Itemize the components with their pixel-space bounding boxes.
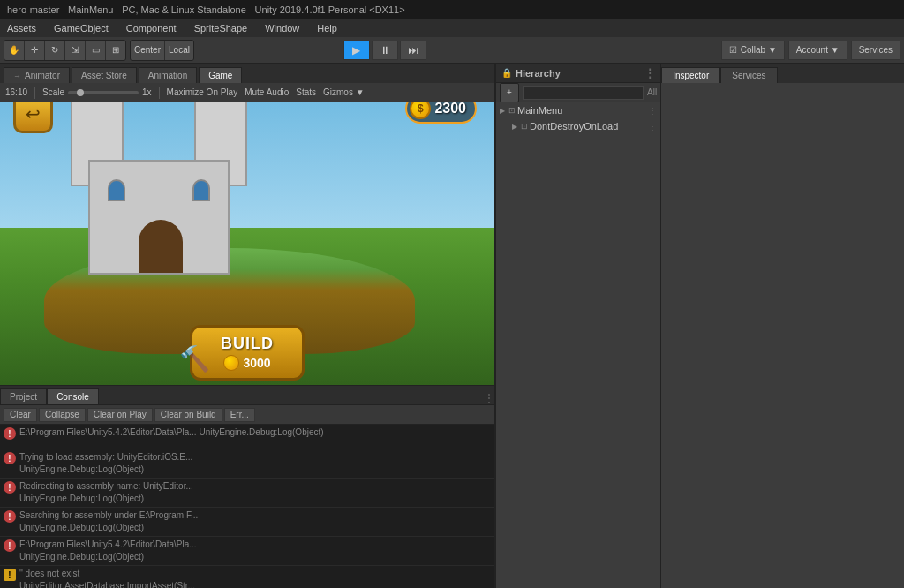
clear-on-play-button[interactable]: Clear on Play (87, 408, 153, 422)
console-toolbar: Clear Collapse Clear on Play Clear on Bu… (0, 405, 494, 425)
local-button[interactable]: Local (165, 41, 193, 60)
services-button[interactable]: Services (851, 41, 900, 60)
console-text-1: Trying to load assembly: UnityEditor.iOS… (19, 451, 192, 476)
build-label: BUILD (221, 335, 274, 353)
console-row-2[interactable]: ! Redirecting to assembly name: UnityEdi… (0, 479, 494, 508)
tab-animation[interactable]: Animation (139, 67, 197, 83)
toolbar: ✋ ✛ ↻ ⇲ ▭ ⊞ Center Local ▶ ⏸ ⏭ ☑ Collab … (0, 37, 904, 64)
pivot-local-group: Center Local (130, 40, 194, 61)
move-tool-button[interactable]: ✛ (25, 41, 44, 60)
menu-window[interactable]: Window (261, 23, 303, 34)
menu-component[interactable]: Component (123, 23, 180, 34)
hierarchy-header: 🔒 Hierarchy ⋮ (496, 64, 660, 83)
console-content[interactable]: ! E:\Program Files\Unity5.4.2\Editor\Dat… (0, 425, 494, 588)
tab-services[interactable]: Services (720, 67, 777, 83)
play-controls: ▶ ⏸ ⏭ (343, 41, 426, 60)
menu-assets[interactable]: Assets (4, 23, 40, 34)
checkbox-icon: ☑ (729, 45, 737, 55)
menu-spriteshape[interactable]: SpriteShape (191, 23, 252, 34)
stats-button[interactable]: Stats (296, 87, 316, 97)
hierarchy-search-input[interactable] (523, 86, 644, 100)
menu-bar: Assets GameObject Component SpriteShape … (0, 19, 904, 37)
console-row-4[interactable]: ! E:\Program Files\Unity5.4.2\Editor\Dat… (0, 537, 494, 566)
hierarchy-item-mainmenu[interactable]: ▶ ⊡ MainMenu ⋮ (496, 102, 660, 118)
rotate-tool-button[interactable]: ↻ (45, 41, 64, 60)
scale-control: Scale 1x (42, 87, 152, 97)
console-row-0[interactable]: ! E:\Program Files\Unity5.4.2\Editor\Dat… (0, 425, 494, 449)
pause-button[interactable]: ⏸ (372, 41, 398, 60)
sep1 (34, 87, 35, 99)
gizmos-button[interactable]: Gizmos ▼ (323, 87, 365, 97)
mainmenu-arrow: ▶ (500, 107, 505, 115)
hierarchy-toolbar: + All (496, 83, 660, 102)
tab-animator[interactable]: → Animator (4, 67, 70, 83)
menu-gameobject[interactable]: GameObject (50, 23, 112, 34)
castle-window-2 (192, 179, 210, 201)
console-row-1[interactable]: ! Trying to load assembly: UnityEditor.i… (0, 449, 494, 479)
hierarchy-panel: 🔒 Hierarchy ⋮ + All ▶ ⊡ MainMenu ⋮ ▶ ⊡ D… (495, 64, 660, 588)
console-text-3: Searching for assembly under E:\Program … (19, 509, 198, 534)
tab-project[interactable]: Project (0, 388, 47, 404)
hierarchy-item-dontdestroyonload[interactable]: ▶ ⊡ DontDestroyOnLoad ⋮ (496, 118, 660, 134)
dontdestroy-arrow: ▶ (512, 123, 517, 131)
inspector-tab-bar: Inspector Services (661, 64, 904, 83)
rect-tool-button[interactable]: ▭ (86, 41, 105, 60)
console-text-5: '' does not exist UnityEditor.AssetDatab… (19, 568, 195, 588)
hierarchy-menu-button[interactable]: ⋮ (644, 67, 655, 79)
scale-slider-thumb[interactable] (77, 89, 84, 96)
game-tab-bar: → Animator Asset Store Animation Game (0, 64, 494, 83)
console-tab-bar: Project Console ⋮ (0, 386, 494, 405)
collapse-button[interactable]: Collapse (39, 408, 86, 422)
mainmenu-scene-icon: ⊡ (508, 106, 516, 115)
collab-area: ☑ Collab ▼ Account ▼ Services (721, 41, 900, 60)
clear-button[interactable]: Clear (4, 408, 37, 422)
aspect-ratio[interactable]: 16:10 (5, 87, 27, 97)
tab-console[interactable]: Console (47, 388, 99, 404)
dontdestroy-options[interactable]: ⋮ (648, 122, 657, 132)
hierarchy-search-all: All (647, 87, 657, 97)
dontdestroy-icon: ⊡ (521, 122, 528, 131)
build-coin-icon (223, 355, 239, 371)
build-button[interactable]: 🔨 BUILD 3000 (190, 325, 305, 381)
bottom-panel: Project Console ⋮ Clear Collapse Clear o… (0, 385, 494, 588)
console-panel: Project Console ⋮ Clear Collapse Clear o… (0, 386, 494, 588)
console-menu-button[interactable]: ⋮ (484, 392, 494, 404)
play-button[interactable]: ▶ (343, 41, 370, 60)
main-area: → Animator Asset Store Animation Game 16… (0, 64, 904, 588)
transform-tool-button[interactable]: ⊞ (106, 41, 125, 60)
pivot-button[interactable]: Center (131, 41, 164, 60)
hand-tool-button[interactable]: ✋ (4, 41, 24, 60)
castle-door (139, 220, 183, 273)
console-row-3[interactable]: ! Searching for assembly under E:\Progra… (0, 508, 494, 537)
console-text-4: E:\Program Files\Unity5.4.2\Editor\Data\… (19, 539, 197, 563)
maximize-on-play[interactable]: Maximize On Play (167, 87, 238, 97)
console-text-2: Redirecting to assembly name: UnityEdito… (19, 480, 193, 505)
coin-display: $ 2300 (405, 102, 477, 124)
build-cost-amount: 3000 (243, 356, 270, 370)
error-icon-0: ! (4, 427, 16, 440)
error-pause-button[interactable]: Err... (224, 408, 255, 422)
hierarchy-add-button[interactable]: + (500, 83, 519, 102)
error-icon-2: ! (4, 481, 16, 494)
error-icon-1: ! (4, 452, 16, 464)
console-row-5[interactable]: ! '' does not exist UnityEditor.AssetDat… (0, 566, 494, 588)
tab-game[interactable]: Game (199, 67, 242, 83)
mainmenu-options[interactable]: ⋮ (648, 106, 657, 116)
tab-inspector[interactable]: Inspector (661, 67, 720, 83)
build-cost-display: 3000 (223, 355, 270, 371)
console-text-0: E:\Program Files\Unity5.4.2\Editor\Data\… (19, 426, 324, 439)
tab-asset-store[interactable]: Asset Store (72, 67, 137, 83)
transform-tools: ✋ ✛ ↻ ⇲ ▭ ⊞ (4, 40, 126, 61)
back-button[interactable]: ↩ (13, 102, 53, 133)
mute-audio[interactable]: Mute Audio (245, 87, 289, 97)
clear-on-build-button[interactable]: Clear on Build (154, 408, 222, 422)
game-canvas: ↩ $ 2300 🔨 BUILD 3000 (0, 102, 494, 385)
menu-help[interactable]: Help (313, 23, 341, 34)
game-subtoolbar: 16:10 Scale 1x Maximize On Play Mute Aud… (0, 83, 494, 102)
coin-amount: 2300 (434, 102, 466, 117)
collab-button[interactable]: ☑ Collab ▼ (721, 41, 785, 60)
account-button[interactable]: Account ▼ (788, 41, 848, 60)
step-button[interactable]: ⏭ (400, 41, 426, 60)
scale-tool-button[interactable]: ⇲ (65, 41, 85, 60)
scale-slider-track[interactable] (68, 91, 139, 94)
